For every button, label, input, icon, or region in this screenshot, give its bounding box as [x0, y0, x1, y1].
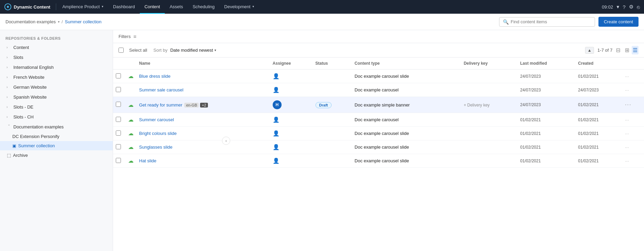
subheader-right: 🔍 Create content [499, 17, 639, 27]
row-action-icon[interactable]: ··· [625, 74, 629, 79]
more-actions-button[interactable]: ··· [625, 102, 631, 108]
sort-dropdown[interactable]: Date modified newest ▾ [170, 48, 216, 53]
row-name[interactable]: Blue dress slide [139, 74, 171, 79]
table-row: ☁Bright colours slide👤Doc example carous… [113, 127, 644, 140]
nav-item-amplience-product[interactable]: Amplience Product ▾ [58, 0, 108, 14]
th-status[interactable]: Status [313, 58, 352, 70]
sidebar-item-slots-de[interactable]: › Slots - DE [0, 102, 113, 112]
breadcrumb-active[interactable]: Summer collection [65, 19, 101, 24]
toolbar: Select all Sort by Date modified newest … [113, 43, 644, 58]
sidebar-item-documentation-examples[interactable]: › Documentation examples [0, 122, 113, 132]
row-content-type-cell: Doc example carousel slide [352, 127, 461, 140]
sidebar-label-spanish: Spanish Website [13, 95, 47, 100]
row-name[interactable]: Get ready for summer [139, 102, 182, 108]
th-last-modified[interactable]: Last modified [518, 58, 575, 70]
list-view-icon[interactable]: ☰ [632, 46, 639, 54]
select-all-checkbox[interactable] [119, 48, 124, 53]
breadcrumb-separator: / [62, 19, 63, 24]
row-action-icon[interactable]: ··· [625, 117, 629, 123]
row-checkbox[interactable] [116, 158, 121, 163]
arrow-icon-doc-examples: › [7, 125, 11, 129]
time-caret-icon[interactable]: ▾ [617, 4, 619, 10]
row-action-icon[interactable]: ··· [625, 87, 629, 93]
row-name[interactable]: Bright colours slide [139, 131, 177, 136]
row-content-type-cell: Doc example carousel slide [352, 154, 461, 168]
settings-icon[interactable]: ⚙ [629, 4, 633, 10]
sidebar-item-content[interactable]: › Content [0, 42, 113, 52]
app-logo[interactable]: Dynamic Content [4, 3, 53, 11]
row-name[interactable]: Hat slide [139, 158, 157, 163]
search-box[interactable]: 🔍 [499, 17, 595, 27]
status-badge: Draft [315, 102, 332, 108]
row-actions-cell: ··· [622, 83, 644, 97]
breadcrumb-root[interactable]: Documentation examples [5, 19, 56, 24]
row-cloud-cell: ☁ [125, 140, 136, 154]
row-checkbox[interactable] [116, 117, 121, 122]
row-checkbox-cell [113, 83, 125, 97]
sidebar-item-french-website[interactable]: › French Website [0, 72, 113, 82]
row-checkbox[interactable] [116, 102, 121, 107]
row-action-icon[interactable]: ··· [625, 131, 629, 136]
row-checkbox-cell [113, 97, 125, 113]
table-row: ☁Sunglasses slide👤Doc example carousel s… [113, 140, 644, 154]
row-action-icon[interactable]: ··· [625, 158, 629, 164]
row-last-modified-cell: 01/02/2021 [518, 154, 575, 168]
row-created-cell: 01/02/2021 [575, 97, 622, 113]
arrow-icon-slots-ch: › [7, 115, 11, 119]
nav-separator [56, 3, 56, 10]
filter-options-icon[interactable]: ⊟ [616, 47, 620, 53]
th-assignee[interactable]: Assignee [270, 58, 313, 70]
row-checkbox[interactable] [116, 144, 121, 149]
row-action-icon[interactable]: ··· [625, 145, 629, 150]
filters-icon[interactable]: ≡ [133, 34, 136, 39]
sidebar-subitem-summer-collection[interactable]: ▣ Summer collection [0, 141, 113, 150]
row-name-cell: Get ready for summeren-GB+2 [136, 97, 270, 113]
nav-item-development[interactable]: Development ▾ [220, 0, 259, 14]
row-name[interactable]: Summer carousel [139, 117, 174, 122]
row-checkbox[interactable] [116, 130, 121, 136]
nav-item-scheduling[interactable]: Scheduling [188, 0, 219, 14]
search-input[interactable] [511, 19, 591, 24]
nav-item-assets[interactable]: Assets [165, 0, 188, 14]
th-name[interactable]: Name [136, 58, 270, 70]
th-actions [622, 58, 644, 70]
arrow-icon-slots: › [7, 55, 11, 59]
nav-item-dashboard[interactable]: Dashboard [108, 0, 140, 14]
logout-icon[interactable]: ⎋ [637, 4, 640, 10]
row-name-cell: Summer sale carousel [136, 83, 270, 97]
create-content-button[interactable]: Create content [598, 17, 639, 27]
sidebar-item-slots-ch[interactable]: › Slots - CH [0, 112, 113, 122]
row-status-cell [313, 70, 352, 83]
sidebar-item-spanish-website[interactable]: › Spanish Website [0, 92, 113, 102]
add-delivery-key-link[interactable]: + Delivery key [464, 103, 490, 108]
sidebar-item-archive[interactable]: ⬚ Archive [0, 150, 113, 160]
grid-view-icon[interactable]: ⊞ [624, 46, 630, 54]
collapse-section-button[interactable]: ▲ [585, 47, 594, 54]
sidebar-item-slots[interactable]: › Slots [0, 52, 113, 62]
assignee-empty-icon: 👤 [273, 117, 280, 123]
row-delivery-key-cell [461, 140, 518, 154]
row-content-type-cell: Doc example simple banner [352, 97, 461, 113]
row-last-modified-cell: 01/02/2021 [518, 113, 575, 127]
th-delivery-key[interactable]: Delivery key [461, 58, 518, 70]
help-icon[interactable]: ? [623, 4, 626, 10]
sidebar-item-international-english[interactable]: › International English [0, 62, 113, 72]
row-created-cell: 01/02/2021 [575, 140, 622, 154]
sidebar-item-german-website[interactable]: › German Website [0, 82, 113, 92]
row-checkbox[interactable] [116, 73, 121, 78]
select-all-label[interactable]: Select all [129, 48, 147, 53]
breadcrumb-dropdown-icon[interactable]: ▾ [58, 20, 60, 24]
row-actions-cell: ··· [622, 140, 644, 154]
th-created[interactable]: Created [575, 58, 622, 70]
row-name[interactable]: Sunglasses slide [139, 145, 173, 150]
row-checkbox[interactable] [116, 87, 121, 92]
sidebar-collapse-button[interactable]: ‹ [222, 137, 230, 145]
row-assignee-cell: 👤 [270, 154, 313, 168]
sidebar-subitem-dc-extension[interactable]: DC Extension Personify [0, 132, 113, 141]
row-delivery-key-cell [461, 154, 518, 168]
row-name[interactable]: Summer sale carousel [139, 87, 183, 92]
th-content-type[interactable]: Content type [352, 58, 461, 70]
assignee-empty-icon: 👤 [273, 87, 280, 93]
nav-item-content[interactable]: Content [140, 0, 165, 14]
select-all-checkbox-wrap[interactable] [119, 48, 124, 53]
